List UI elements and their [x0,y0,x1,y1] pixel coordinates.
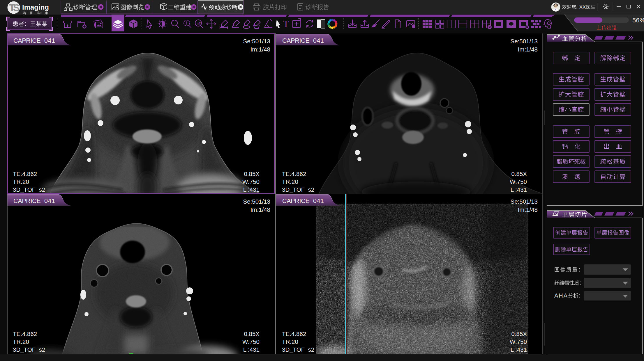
svg-text:CAPRICE: CAPRICE [13,198,40,204]
svg-text:Im:1/48: Im:1/48 [250,206,270,213]
svg-text:L :431: L :431 [243,186,260,193]
svg-text:041: 041 [44,198,55,204]
svg-text:W:750: W:750 [510,178,527,185]
svg-text:TE:4.862: TE:4.862 [282,170,306,177]
svg-text:AHA: AHA [554,292,568,299]
svg-text:T: T [283,18,289,29]
svg-text:TR:20: TR:20 [13,178,29,185]
svg-text:CAPRICE: CAPRICE [13,37,40,44]
svg-text:TR:20: TR:20 [282,338,298,345]
svg-text:S: S [13,2,20,13]
svg-text:Se:501/13: Se:501/13 [243,198,270,205]
svg-text:Imaging: Imaging [22,3,49,11]
svg-text:041: 041 [313,198,324,204]
svg-text:0.85X: 0.85X [511,170,527,177]
svg-text:TE:4.862: TE:4.862 [13,170,37,177]
svg-text:Im:1/48: Im:1/48 [518,46,538,53]
svg-text:L :431: L :431 [511,186,527,193]
svg-text:Se:501/13: Se:501/13 [511,198,538,205]
svg-text:56%: 56% [632,17,644,24]
svg-text:3D_TOF s2: 3D_TOF s2 [13,186,45,193]
svg-text:XX: XX [579,4,586,10]
svg-text:TR:20: TR:20 [13,338,29,345]
svg-text:Se:501/13: Se:501/13 [511,38,538,45]
svg-text:041: 041 [313,37,324,44]
svg-text:L :431: L :431 [511,346,527,353]
svg-text:TR:20: TR:20 [282,178,298,185]
svg-text:0.85X: 0.85X [244,170,260,177]
svg-text:CAPRICE: CAPRICE [282,37,309,44]
svg-text:3D_TOF s2: 3D_TOF s2 [282,186,314,193]
svg-text:0.85X: 0.85X [244,330,260,337]
svg-text:x2: x2 [197,22,201,25]
svg-text:Im:1/48: Im:1/48 [250,46,270,53]
svg-text:W:750: W:750 [242,178,260,185]
svg-text:W:750: W:750 [510,338,527,345]
svg-text:W:750: W:750 [242,338,260,345]
svg-text:TE:4.862: TE:4.862 [282,330,306,337]
svg-text:TE:4.862: TE:4.862 [13,330,37,337]
svg-text:3D_TOF s2: 3D_TOF s2 [282,346,314,353]
svg-text:3D_TOF s2: 3D_TOF s2 [13,346,45,353]
svg-text:Im:1/48: Im:1/48 [518,206,538,213]
svg-text:0.85X: 0.85X [511,330,527,337]
svg-text:Se:501/13: Se:501/13 [243,38,270,45]
svg-text:L :431: L :431 [243,346,260,353]
svg-text:041: 041 [44,37,55,44]
svg-text:CAPRICE: CAPRICE [282,198,309,204]
